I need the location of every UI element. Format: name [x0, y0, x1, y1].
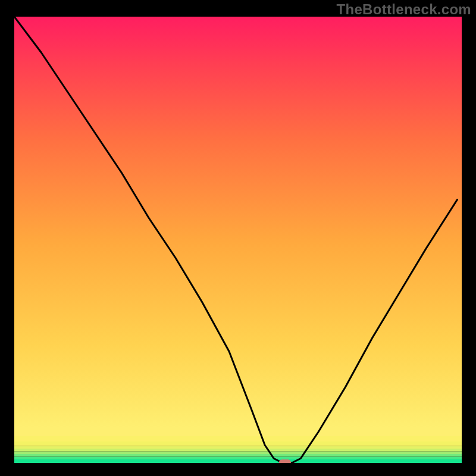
plot-area	[14, 17, 462, 463]
chart-svg	[14, 17, 462, 463]
chart-container: TheBottleneck.com	[0, 0, 476, 476]
bg-band	[14, 459, 462, 463]
bg-band	[14, 436, 462, 441]
watermark-text: TheBottleneck.com	[337, 1, 471, 18]
minimum-marker	[279, 459, 291, 463]
bg-band	[14, 449, 462, 452]
bg-band	[14, 441, 462, 446]
bg-band	[14, 446, 462, 449]
bg-gradient	[14, 17, 462, 427]
bg-band	[14, 454, 462, 457]
bg-band	[14, 427, 462, 436]
bg-band	[14, 457, 462, 460]
bg-band	[14, 452, 462, 455]
